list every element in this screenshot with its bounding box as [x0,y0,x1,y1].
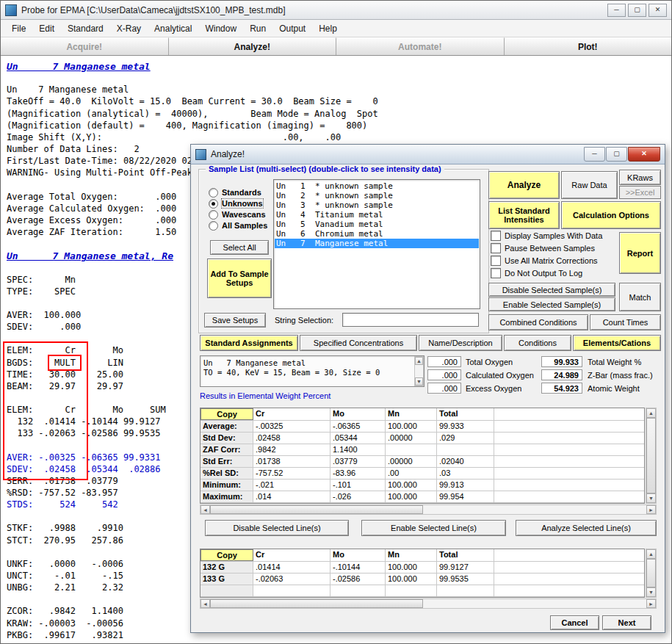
scrollbar-thumb[interactable] [646,559,656,587]
radio-icon [209,221,218,231]
combined-conditions-button[interactable]: Combined Conditions [488,314,588,330]
report-button[interactable]: Report [619,232,661,274]
lines-horizontal-scrollbar[interactable]: ◄ ► [200,598,657,609]
scroll-up-icon[interactable]: ▲ [415,357,423,365]
scroll-right-icon[interactable]: ► [646,505,656,514]
maximize-icon: ▢ [613,150,620,157]
copy-button[interactable]: Copy [200,549,253,561]
sample-list-item[interactable]: Un 5 Vanadium metal [275,220,479,229]
kraws-button[interactable]: KRaws [619,170,661,185]
row-label[interactable] [200,585,253,596]
dialog-close-button[interactable]: ✕ [628,147,660,162]
conditions-button[interactable]: Conditions [504,335,571,351]
radio-standards[interactable]: Standards [209,187,261,198]
analyze-selected-lines-button[interactable]: Analyze Selected Line(s) [516,520,657,536]
cell-total [437,585,494,596]
scrollbar-thumb[interactable] [210,599,423,608]
row-label[interactable]: 133 G [200,574,253,585]
count-times-button[interactable]: Count Times [590,314,661,330]
row-label[interactable]: 132 G [200,562,253,573]
radio-wavescans[interactable]: Wavescans [209,209,266,220]
scroll-up-icon[interactable]: ▲ [646,549,656,559]
stats-horizontal-scrollbar[interactable]: ◄ ► [200,504,657,515]
lines-vertical-scrollbar[interactable]: ▲ ▼ [646,549,657,598]
dialog-maximize-button[interactable]: ▢ [606,147,627,162]
scroll-right-icon[interactable]: ► [646,599,656,608]
sample-list-item[interactable]: Un 2 * unknown sample [275,191,479,200]
checkbox-icon [491,231,501,241]
toolbar-acquire-button[interactable]: Acquire! [1,37,169,55]
list-standard-intensities-button[interactable]: List Standard Intensities [488,201,560,229]
column-header-mn: Mn [386,549,437,561]
menu-item[interactable]: Edit [32,21,61,36]
cell-cr: .01738 [253,456,330,467]
scrollbar-thumb[interactable] [646,418,656,493]
match-button[interactable]: Match [619,283,661,311]
cell-total: 99.933 [437,421,494,432]
add-to-sample-setups-button[interactable]: Add To Sample Setups [207,258,272,298]
checkbox-matrix-corrections[interactable]: Use All Matrix Corrections [491,256,598,266]
window-title: Probe for EPMA [C:\UserData\Cameca\jjdts… [21,5,285,15]
elements-cations-button[interactable]: Elements/Cations [573,335,661,351]
select-all-button[interactable]: Select All [210,240,269,255]
disable-selected-lines-button[interactable]: Disable Selected Line(s) [205,520,349,536]
save-setups-button[interactable]: Save Setups [204,313,266,328]
line-table-row[interactable] [200,585,644,597]
cell-cr: -.00325 [253,421,330,432]
radio-unknowns[interactable]: Unknowns [209,198,263,209]
sample-list-item[interactable]: Un 7 Manganese metal [275,239,479,248]
close-button[interactable]: ✕ [648,4,667,17]
next-button[interactable]: Next [602,615,651,630]
stats-table-row: ZAF Corr: .9842 1.1400 [200,444,644,456]
probe-for-epma-window: Probe for EPMA [C:\UserData\Cameca\jjdts… [0,0,672,644]
checkbox-display-samples[interactable]: Display Samples With Data [491,231,602,241]
menu-item[interactable]: X-Ray [110,21,148,36]
cancel-button[interactable]: Cancel [550,615,599,630]
menu-item[interactable]: Analytical [148,21,198,36]
analyze-button[interactable]: Analyze [488,171,560,199]
stats-table-row: Maximum: .014 -.026 100.000 99.954 [200,491,644,503]
maximize-button[interactable]: ▢ [628,4,646,17]
enable-selected-lines-button[interactable]: Enable Selected Line(s) [361,520,506,536]
checkbox-no-output-log[interactable]: Do Not Output To Log [491,268,582,278]
toolbar-plot-button[interactable]: Plot! [505,37,672,55]
scroll-left-icon[interactable]: ◄ [200,599,210,608]
line-table-row[interactable]: 133 G -.02063 -.02586 100.000 99.9535 [200,574,644,585]
scroll-left-icon[interactable]: ◄ [200,505,210,514]
scroll-up-icon[interactable]: ▲ [646,408,656,418]
string-selection-input[interactable] [342,313,479,327]
description-scrollbar[interactable]: ▲ ▼ [414,356,424,386]
calculation-options-button[interactable]: Calculation Options [561,201,661,229]
scroll-down-icon[interactable]: ▼ [646,493,656,503]
radio-all-samples[interactable]: All Samples [209,220,267,231]
sample-description-box[interactable]: Un 7 Manganese metal TO = 40, KeV = 15, … [200,355,424,387]
disable-selected-samples-button[interactable]: Disable Selected Sample(s) [488,283,615,297]
line-table-row[interactable]: 132 G .01414 -.10144 100.000 99.9127 [200,562,644,574]
menu-item[interactable]: Help [312,21,344,36]
checkbox-pause-between[interactable]: Pause Between Samples [491,243,595,253]
sample-list-item[interactable]: Un 3 * unknown sample [275,200,479,210]
enable-selected-samples-button[interactable]: Enable Selected Sample(s) [488,297,615,311]
stats-vertical-scrollbar[interactable]: ▲ ▼ [646,408,657,504]
menu-item[interactable]: Output [272,21,312,36]
toolbar-automate-button[interactable]: Automate! [336,37,505,55]
scroll-down-icon[interactable]: ▼ [646,587,656,597]
standard-assignments-button[interactable]: Standard Assignments [200,335,298,351]
sample-list-item[interactable]: Un 4 Titanium metal [275,210,479,220]
scroll-down-icon[interactable]: ▼ [415,377,423,386]
menu-item[interactable]: Standard [61,21,110,36]
menu-item[interactable]: File [5,21,32,36]
menu-item[interactable]: Run [243,21,272,36]
name-description-button[interactable]: Name/Description [419,335,502,351]
dialog-minimize-button[interactable]: ─ [584,147,605,162]
scrollbar-thumb[interactable] [210,505,423,514]
cell-total: 99.954 [437,491,494,502]
specified-concentrations-button[interactable]: Specified Concentrations [300,335,417,351]
sample-list-item[interactable]: Un 6 Chromium metal [275,229,479,239]
copy-button[interactable]: Copy [200,408,253,420]
toolbar-analyze-button[interactable]: Analyze! [169,37,337,55]
raw-data-button[interactable]: Raw Data [561,171,618,199]
menu-item[interactable]: Window [198,21,243,36]
sample-list-item[interactable]: Un 1 * unknown sample [275,181,479,191]
minimize-button[interactable]: ─ [607,4,626,17]
